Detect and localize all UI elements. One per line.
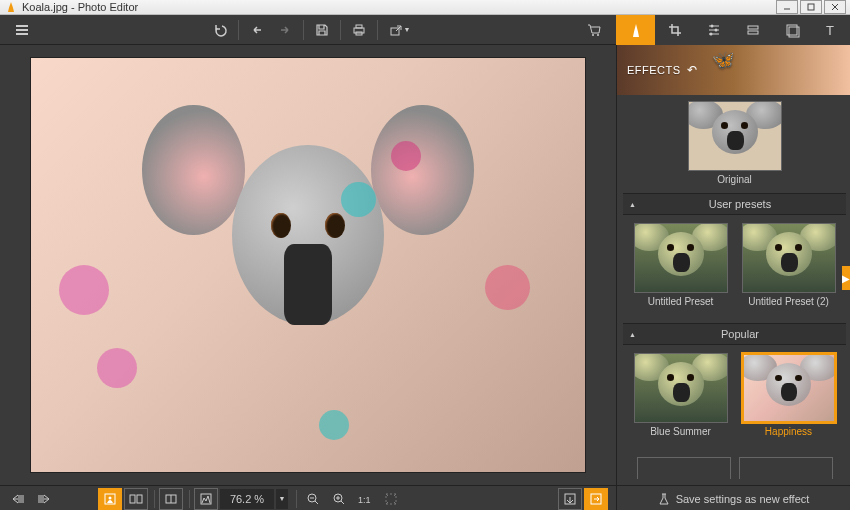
view-single-button[interactable] [98,488,122,510]
save-as-new-effect-label: Save settings as new effect [676,493,810,505]
svg-rect-20 [748,31,758,34]
zoom-level[interactable]: 76.2 % [220,489,274,509]
proceed-button[interactable] [584,488,608,510]
window-titlebar: Koala.jpg - Photo Editor [0,0,850,15]
toolbar-separator [340,20,341,40]
zoom-actual-button[interactable]: 1:1 [353,488,377,510]
effect-label: Blue Summer [631,426,731,437]
svg-rect-32 [130,495,135,503]
effect-thumb-untitled-preset-2[interactable] [742,223,836,293]
svg-point-17 [714,29,717,32]
effects-reset-button[interactable]: ↶ [687,63,697,77]
svg-point-12 [597,34,599,36]
apply-button[interactable] [558,488,582,510]
svg-text:1:1: 1:1 [358,495,371,505]
zoom-fit-button[interactable] [379,488,403,510]
effect-label: Untitled Preset (2) [739,296,839,307]
effect-thumb-more[interactable] [739,457,833,479]
butterfly-icon: 🦋 [712,49,734,71]
tool-tab-text[interactable]: T [811,15,850,45]
svg-point-18 [709,33,712,36]
tool-tab-adjust[interactable] [694,15,733,45]
svg-point-11 [592,34,594,36]
effect-thumb-untitled-preset[interactable] [634,223,728,293]
effect-original-thumb[interactable] [688,101,782,171]
svg-rect-33 [137,495,142,503]
forward-button[interactable] [271,16,299,44]
svg-line-39 [315,501,318,504]
print-button[interactable] [345,16,373,44]
window-minimize-button[interactable] [776,0,798,14]
effect-thumb-more[interactable] [637,457,731,479]
chevron-down-icon: ▲ [629,331,636,338]
effect-label: Happiness [739,426,839,437]
save-button[interactable] [308,16,336,44]
toolbar-separator [377,20,378,40]
section-popular[interactable]: ▲ Popular [623,323,846,345]
section-popular-label: Popular [640,328,840,340]
view-split-button[interactable] [159,488,183,510]
effect-original-label: Original [685,174,785,185]
svg-rect-1 [808,4,814,10]
tool-tab-frames[interactable] [772,15,811,45]
toolbar-separator [303,20,304,40]
effect-thumb-blue-summer[interactable] [634,353,728,423]
section-user-presets[interactable]: ▲ User presets [623,193,846,215]
canvas-image[interactable] [30,57,586,473]
zoom-dropdown[interactable]: ▼ [276,489,288,509]
svg-line-43 [341,501,344,504]
view-compare-button[interactable] [124,488,148,510]
zoom-out-button[interactable] [301,488,325,510]
app-icon [4,0,18,14]
tool-tabs: T [616,15,850,45]
save-as-new-effect-button[interactable]: Save settings as new effect [617,485,850,510]
window-close-button[interactable] [824,0,846,14]
effects-panel-title: EFFECTS [627,64,681,76]
flask-icon [658,492,670,506]
next-image-button[interactable] [32,488,56,510]
window-maximize-button[interactable] [800,0,822,14]
svg-rect-8 [356,25,362,28]
svg-point-16 [710,25,713,28]
section-user-presets-label: User presets [640,198,840,210]
tool-tab-retouch[interactable] [733,15,772,45]
effects-panel: EFFECTS ↶ 🦋 Original ▲ User presets Unti… [616,45,850,510]
prev-image-button[interactable] [6,488,30,510]
tool-tab-effects[interactable] [616,15,655,45]
back-button[interactable] [243,16,271,44]
zoom-in-button[interactable] [327,488,351,510]
effect-thumb-happiness[interactable] [742,353,836,423]
histogram-button[interactable] [194,488,218,510]
chevron-down-icon: ▲ [629,201,636,208]
effects-panel-header: EFFECTS ↶ 🦋 [617,45,850,95]
window-title: Koala.jpg - Photo Editor [22,1,138,13]
svg-text:T: T [826,23,834,38]
effects-list[interactable]: Original ▲ User presets Untitled Preset … [617,95,850,485]
svg-rect-19 [748,26,758,29]
effect-label: Untitled Preset [631,296,731,307]
tool-tab-crop[interactable] [655,15,694,45]
undo-button[interactable] [206,16,234,44]
toolbar-separator [238,20,239,40]
viewer-bar: 76.2 % ▼ 1:1 [0,485,616,510]
svg-point-31 [109,496,112,499]
canvas-area: 76.2 % ▼ 1:1 [0,45,616,510]
cart-button[interactable] [580,16,608,44]
expand-panel-button[interactable]: ▶ [842,266,850,290]
hamburger-menu-button[interactable] [8,16,36,44]
